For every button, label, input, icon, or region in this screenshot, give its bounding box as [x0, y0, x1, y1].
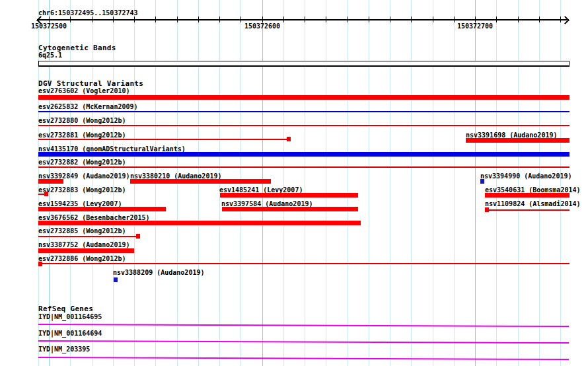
ruler-tick: [390, 17, 390, 22]
variant-bar-esv2763602[interactable]: [38, 95, 570, 100]
gridline: [560, 0, 561, 366]
variant-bar-nsv3397584[interactable]: [222, 207, 358, 211]
variant-line-esv2732880[interactable]: [38, 125, 570, 126]
variant-label-esv2732885[interactable]: esv2732885 (Wong2012b): [38, 228, 126, 235]
gridline: [326, 0, 326, 366]
ruler-tick: [433, 17, 433, 22]
ruler-axis-line: [38, 19, 567, 20]
dgv-title: DGV Structural Variants: [38, 80, 143, 87]
variant-label-nsv3388209[interactable]: nsv3388209 (Audano2019): [113, 270, 204, 276]
gridline: [348, 0, 348, 366]
gridline: [411, 0, 412, 366]
variant-line-nsv1109824[interactable]: [489, 209, 570, 211]
variant-line-esv2732881[interactable]: [38, 139, 287, 140]
variant-bar-esv1594235[interactable]: [38, 207, 166, 211]
variant-line-esv2625832[interactable]: [38, 111, 570, 112]
gridline: [518, 0, 519, 366]
gridline-major: [475, 0, 476, 366]
genome-browser: 150372500150372600150372700 chr6:1503724…: [0, 0, 588, 366]
variant-label-esv2625832[interactable]: esv2625832 (McKernan2009): [38, 104, 138, 110]
ruler-tick-label: 150372600: [244, 23, 280, 30]
gridline: [539, 0, 540, 366]
gridline: [113, 0, 114, 366]
gridline: [283, 0, 284, 366]
variant-label-esv2732880[interactable]: esv2732880 (Wong2012b): [38, 118, 126, 124]
variant-label-esv2732882[interactable]: esv2732882 (Wong2012b): [38, 159, 126, 166]
ruler-tick: [49, 17, 50, 22]
gridline: [454, 0, 455, 366]
variant-bar-esv1485241[interactable]: [220, 193, 358, 198]
ruler-tick: [177, 17, 178, 22]
variant-box-esv2732885[interactable]: [136, 234, 140, 238]
ruler-tick: [326, 17, 326, 22]
variant-box-esv2732881[interactable]: [287, 137, 291, 141]
cytoband-label[interactable]: 6q25.1: [38, 52, 62, 59]
variant-label-esv2732881[interactable]: esv2732881 (Wong2012b): [38, 132, 126, 139]
variant-box-nsv3388209[interactable]: [114, 277, 118, 282]
variant-line-esv2732886[interactable]: [42, 263, 570, 264]
variant-bar-nsv3380210[interactable]: [130, 179, 271, 184]
variant-bar-esv3676562[interactable]: [38, 221, 361, 225]
gene-line[interactable]: [38, 324, 569, 327]
variant-box-nsv3394990[interactable]: [480, 179, 484, 184]
variant-label-esv2763602[interactable]: esv2763602 (Vogler2010): [38, 88, 129, 94]
variant-bar-nsv3391698[interactable]: [466, 138, 570, 143]
ruler-tick: [134, 17, 135, 22]
gene-label[interactable]: IYD|NM_001164695: [38, 314, 102, 320]
variant-bar-nsv4135170[interactable]: [38, 152, 570, 157]
ruler-tick: [369, 17, 369, 22]
variant-bar-nsv3392849[interactable]: [38, 179, 63, 184]
ruler-tick: [518, 17, 519, 22]
variant-label-esv2732886[interactable]: esv2732886 (Wong2012b): [38, 256, 126, 262]
ruler-tick: [454, 17, 455, 22]
variant-label-nsv3387752[interactable]: nsv3387752 (Audano2019): [38, 242, 129, 248]
ruler-tick: [411, 17, 412, 22]
ruler-tick: [539, 17, 540, 22]
ruler-tick: [92, 17, 92, 22]
gridline: [433, 0, 433, 366]
ruler-tick: [219, 17, 220, 22]
ruler-tick: [198, 17, 199, 22]
variant-line-esv2732882[interactable]: [38, 166, 570, 168]
ruler-tick: [70, 17, 71, 22]
ruler-tick: [305, 17, 305, 22]
cytobands-title: Cytogenetic Bands: [38, 44, 116, 52]
ruler-tick: [283, 17, 284, 22]
ruler-tick-label: 150372700: [457, 23, 493, 30]
gene-label[interactable]: IYD|NM_001164694: [38, 330, 102, 337]
variant-line-esv2732885[interactable]: [38, 236, 136, 237]
variant-bar-nsv3387752[interactable]: [38, 248, 134, 253]
ruler-tick-label: 150372500: [31, 23, 67, 30]
gene-label[interactable]: IYD|NM_203395: [38, 346, 90, 353]
ruler-tick: [113, 17, 114, 22]
ruler-tick: [348, 17, 348, 22]
variant-line-esv2732883[interactable]: [38, 194, 44, 195]
ruler-tick: [496, 17, 497, 22]
refseq-title: RefSeq Genes: [38, 305, 93, 312]
ruler-tick: [240, 17, 241, 22]
variant-label-esv2732883[interactable]: esv2732883 (Wong2012b): [38, 187, 126, 194]
ruler-arrow-right-icon: [561, 16, 570, 24]
gene-line[interactable]: [38, 340, 569, 344]
ruler-tick: [155, 17, 156, 22]
variant-label-nsv3394990[interactable]: nsv3394990 (Audano2019): [480, 173, 571, 180]
ruler-tick: [475, 17, 476, 22]
variant-box-esv2732883[interactable]: [44, 192, 48, 196]
gene-line[interactable]: [38, 357, 569, 360]
cytoband-rect[interactable]: [38, 61, 570, 67]
variant-bar-esv3540631[interactable]: [485, 193, 570, 198]
variant-label-nsv1109824[interactable]: nsv1109824 (Alsmadi2014): [485, 201, 581, 207]
ruler-tick: [262, 17, 263, 22]
gridline: [496, 0, 497, 366]
gridline: [369, 0, 369, 366]
gridline: [305, 0, 305, 366]
gridline: [390, 0, 390, 366]
region-label: chr6:150372495..150372743: [38, 10, 138, 17]
